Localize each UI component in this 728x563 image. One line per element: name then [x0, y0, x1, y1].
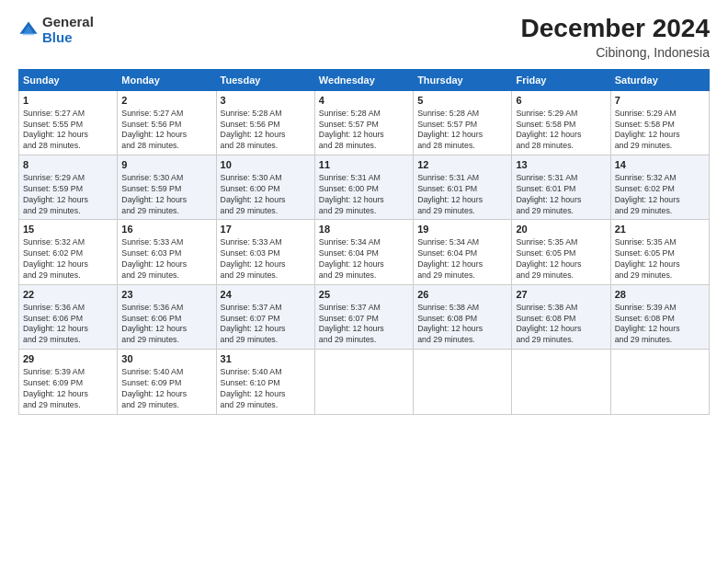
calendar-cell: 4 Sunrise: 5:28 AM Sunset: 5:57 PM Dayli… [314, 90, 413, 155]
cell-sunset: Sunset: 5:56 PM [121, 120, 211, 131]
col-wednesday: Wednesday [314, 69, 413, 90]
cell-sunset: Sunset: 5:55 PM [23, 120, 113, 131]
col-thursday: Thursday [414, 69, 512, 90]
cell-sunset: Sunset: 6:01 PM [417, 184, 507, 195]
cell-day-number: 20 [516, 223, 606, 236]
cell-sunset: Sunset: 6:05 PM [615, 248, 705, 259]
cell-day-number: 24 [221, 288, 311, 302]
col-friday: Friday [512, 69, 610, 90]
calendar-cell: 8 Sunrise: 5:29 AM Sunset: 5:59 PM Dayli… [19, 155, 118, 220]
calendar-cell: 16 Sunrise: 5:33 AM Sunset: 6:03 PM Dayl… [118, 220, 216, 284]
calendar-cell: 9 Sunrise: 5:30 AM Sunset: 5:59 PM Dayli… [118, 155, 216, 220]
cell-daylight-cont: and 29 minutes. [121, 206, 211, 217]
cell-daylight: Daylight: 12 hours [319, 324, 409, 335]
cell-sunrise: Sunrise: 5:33 AM [221, 237, 311, 248]
calendar-week-3: 15 Sunrise: 5:32 AM Sunset: 6:02 PM Dayl… [19, 220, 710, 284]
cell-sunset: Sunset: 6:01 PM [516, 184, 606, 195]
cell-day-number: 5 [417, 94, 507, 108]
calendar-cell: 17 Sunrise: 5:33 AM Sunset: 6:03 PM Dayl… [216, 220, 314, 284]
cell-daylight-cont: and 29 minutes. [121, 400, 211, 411]
cell-daylight-cont: and 29 minutes. [417, 206, 507, 217]
header-row: Sunday Monday Tuesday Wednesday Thursday… [19, 69, 710, 90]
cell-day-number: 29 [23, 352, 113, 366]
cell-daylight: Daylight: 12 hours [23, 130, 113, 141]
cell-sunrise: Sunrise: 5:34 AM [319, 237, 409, 248]
logo-blue: Blue [42, 30, 94, 46]
calendar-cell: 31 Sunrise: 5:40 AM Sunset: 6:10 PM Dayl… [216, 350, 314, 414]
cell-day-number: 31 [221, 352, 311, 366]
cell-daylight: Daylight: 12 hours [121, 195, 211, 206]
cell-daylight: Daylight: 12 hours [221, 259, 311, 270]
cell-day-number: 7 [615, 94, 705, 108]
cell-daylight-cont: and 29 minutes. [23, 206, 113, 217]
cell-sunrise: Sunrise: 5:36 AM [121, 303, 211, 314]
cell-sunset: Sunset: 5:58 PM [516, 120, 606, 131]
cell-daylight-cont: and 29 minutes. [319, 270, 409, 282]
cell-daylight-cont: and 28 minutes. [121, 141, 211, 152]
calendar-cell: 28 Sunrise: 5:39 AM Sunset: 6:08 PM Dayl… [610, 284, 709, 349]
cell-sunrise: Sunrise: 5:35 AM [615, 237, 705, 248]
cell-sunset: Sunset: 5:56 PM [221, 120, 311, 131]
cell-daylight-cont: and 29 minutes. [221, 270, 311, 282]
cell-sunset: Sunset: 5:58 PM [615, 120, 705, 131]
cell-daylight: Daylight: 12 hours [23, 195, 113, 206]
cell-daylight: Daylight: 12 hours [121, 259, 211, 270]
cell-daylight: Daylight: 12 hours [221, 195, 311, 206]
cell-sunset: Sunset: 6:02 PM [615, 184, 705, 195]
cell-daylight: Daylight: 12 hours [23, 259, 113, 270]
cell-day-number: 22 [23, 288, 113, 302]
cell-daylight-cont: and 29 minutes. [23, 270, 113, 282]
cell-daylight: Daylight: 12 hours [417, 259, 507, 270]
cell-sunrise: Sunrise: 5:36 AM [23, 303, 113, 314]
cell-daylight: Daylight: 12 hours [319, 130, 409, 141]
calendar-cell: 14 Sunrise: 5:32 AM Sunset: 6:02 PM Dayl… [610, 155, 709, 220]
cell-day-number: 9 [121, 158, 211, 172]
cell-sunrise: Sunrise: 5:35 AM [516, 237, 606, 248]
cell-day-number: 12 [417, 158, 507, 172]
cell-day-number: 1 [23, 94, 113, 108]
cell-daylight: Daylight: 12 hours [221, 130, 311, 141]
cell-daylight: Daylight: 12 hours [221, 389, 311, 400]
cell-daylight-cont: and 29 minutes. [516, 270, 606, 282]
cell-daylight-cont: and 28 minutes. [221, 141, 311, 152]
calendar-cell: 13 Sunrise: 5:31 AM Sunset: 6:01 PM Dayl… [512, 155, 610, 220]
cell-daylight-cont: and 29 minutes. [615, 206, 705, 217]
cell-day-number: 14 [615, 158, 705, 172]
cell-daylight: Daylight: 12 hours [417, 130, 507, 141]
cell-sunset: Sunset: 5:57 PM [319, 120, 409, 131]
calendar-cell: 18 Sunrise: 5:34 AM Sunset: 6:04 PM Dayl… [314, 220, 413, 284]
cell-sunrise: Sunrise: 5:37 AM [319, 303, 409, 314]
calendar-table: Sunday Monday Tuesday Wednesday Thursday… [18, 69, 710, 415]
cell-sunrise: Sunrise: 5:31 AM [319, 173, 409, 184]
cell-daylight-cont: and 29 minutes. [516, 206, 606, 217]
calendar-cell: 21 Sunrise: 5:35 AM Sunset: 6:05 PM Dayl… [610, 220, 709, 284]
calendar-cell: 7 Sunrise: 5:29 AM Sunset: 5:58 PM Dayli… [610, 90, 709, 155]
cell-sunrise: Sunrise: 5:29 AM [516, 109, 606, 120]
cell-day-number: 16 [121, 223, 211, 236]
cell-daylight-cont: and 29 minutes. [121, 335, 211, 346]
cell-daylight: Daylight: 12 hours [516, 259, 606, 270]
cell-sunset: Sunset: 6:09 PM [23, 378, 113, 389]
cell-daylight: Daylight: 12 hours [516, 130, 606, 141]
cell-day-number: 19 [417, 223, 507, 236]
cell-sunrise: Sunrise: 5:31 AM [417, 173, 507, 184]
calendar-cell: 20 Sunrise: 5:35 AM Sunset: 6:05 PM Dayl… [512, 220, 610, 284]
calendar-cell: 23 Sunrise: 5:36 AM Sunset: 6:06 PM Dayl… [118, 284, 216, 349]
cell-day-number: 26 [417, 288, 507, 302]
logo-area: General Blue [18, 15, 94, 45]
calendar-cell: 27 Sunrise: 5:38 AM Sunset: 6:08 PM Dayl… [512, 284, 610, 349]
cell-day-number: 4 [319, 94, 409, 108]
logo-icon [18, 20, 39, 40]
cell-daylight-cont: and 29 minutes. [221, 335, 311, 346]
cell-sunset: Sunset: 6:07 PM [319, 314, 409, 325]
cell-sunset: Sunset: 6:04 PM [417, 248, 507, 259]
calendar-cell: 19 Sunrise: 5:34 AM Sunset: 6:04 PM Dayl… [414, 220, 512, 284]
calendar-week-1: 1 Sunrise: 5:27 AM Sunset: 5:55 PM Dayli… [19, 90, 710, 155]
cell-daylight: Daylight: 12 hours [23, 389, 113, 400]
cell-sunset: Sunset: 6:08 PM [417, 314, 507, 325]
calendar-week-2: 8 Sunrise: 5:29 AM Sunset: 5:59 PM Dayli… [19, 155, 710, 220]
calendar-cell: 6 Sunrise: 5:29 AM Sunset: 5:58 PM Dayli… [512, 90, 610, 155]
calendar-cell [610, 350, 709, 414]
cell-day-number: 30 [121, 352, 211, 366]
cell-daylight-cont: and 29 minutes. [23, 335, 113, 346]
